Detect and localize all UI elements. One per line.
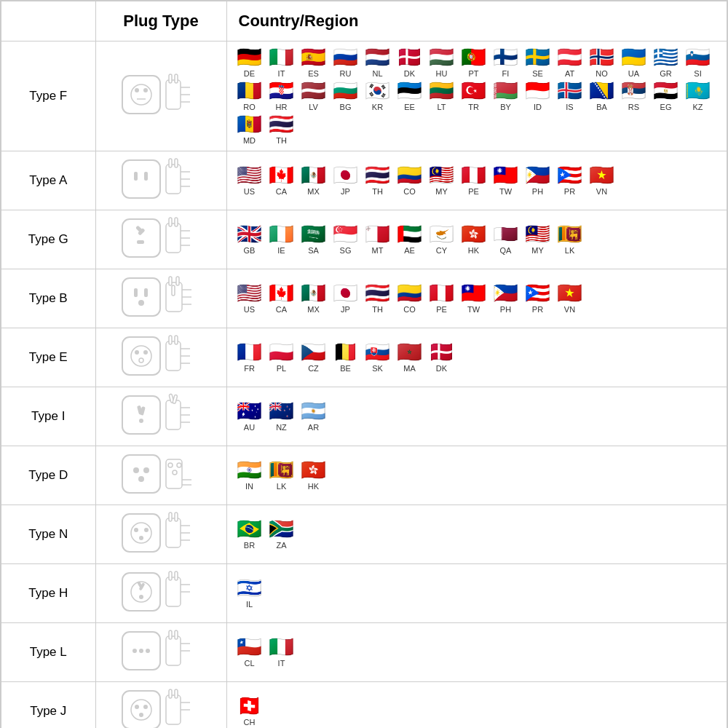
country-code: AU	[244, 423, 255, 432]
flag-item: 🇭🇷HR	[268, 81, 296, 111]
flag-item: 🇺🇦UA	[620, 47, 648, 78]
plug-type-label: Type J	[1, 682, 95, 729]
country-code: AR	[308, 423, 319, 432]
country-code: RS	[628, 103, 639, 111]
svg-point-106	[139, 713, 143, 717]
svg-rect-24	[166, 223, 181, 253]
flag-emoji: 🇸🇮	[685, 47, 711, 68]
flag-item: 🇮🇩ID	[524, 81, 552, 111]
flag-emoji: 🇶🇦	[493, 224, 518, 245]
flag-item: 🇪🇬EG	[652, 81, 680, 111]
svg-point-55	[139, 419, 143, 423]
flag-emoji: 🇧🇬	[333, 81, 358, 101]
svg-point-2	[135, 88, 139, 92]
country-code: DE	[244, 69, 255, 78]
svg-rect-48	[175, 336, 178, 344]
country-code: NZ	[276, 423, 287, 432]
flag-item: 🇹🇷TR	[460, 81, 488, 111]
svg-point-105	[143, 705, 148, 709]
flag-item: 🇱🇹LT	[428, 81, 456, 111]
flag-emoji: 🇦🇹	[557, 47, 582, 68]
flag-item: 🇸🇦SA	[300, 224, 328, 255]
plug-icon	[95, 387, 226, 446]
plug-icon	[95, 623, 226, 682]
plug-icon	[95, 269, 226, 328]
svg-rect-16	[175, 159, 178, 167]
country-code: PR	[532, 305, 543, 314]
country-code: CY	[436, 246, 447, 255]
country-code: ES	[308, 69, 319, 78]
flag-emoji: 🇹🇷	[461, 81, 486, 101]
flag-item: 🇮🇸IS	[556, 81, 584, 111]
country-code: SK	[372, 364, 383, 373]
flag-item: 🇵🇪PE	[428, 283, 456, 314]
country-code: MA	[403, 364, 416, 373]
flag-emoji: 🇲🇽	[301, 165, 326, 186]
flags-container: 🇧🇷BR🇿🇦ZA	[236, 519, 719, 550]
flag-item: 🇺🇸US	[236, 283, 264, 314]
country-code: PL	[277, 364, 286, 373]
country-code: MY	[435, 187, 448, 196]
flag-item: 🇬🇧GB	[236, 224, 264, 255]
svg-rect-31	[134, 288, 138, 297]
table-row: Type I 🇦🇺AU🇳🇿NZ🇦🇷AR	[1, 387, 727, 446]
svg-point-65	[138, 476, 144, 482]
flag-item: 🇮🇳IN	[236, 460, 264, 491]
flag-item: 🇮🇹IT	[268, 637, 296, 668]
flag-item: 🇲🇽MX	[300, 165, 328, 196]
country-code: EG	[660, 103, 672, 111]
flag-emoji: 🇨🇱	[237, 637, 262, 657]
flag-emoji: 🇮🇹	[269, 637, 294, 657]
flag-item: 🇰🇷KR	[364, 81, 392, 111]
country-code: LV	[309, 103, 318, 111]
flag-item: 🇨🇿CZ	[300, 342, 328, 373]
flag-item: 🇲🇾MY	[428, 165, 456, 196]
flag-item: 🇱🇻LV	[300, 81, 328, 111]
table-row: Type J 🇨🇭CH	[1, 682, 727, 729]
svg-rect-7	[175, 74, 178, 83]
flag-item: 🇳🇱NL	[364, 47, 392, 78]
flag-emoji: 🇬🇷	[653, 47, 678, 68]
country-code: US	[244, 187, 255, 196]
svg-point-63	[133, 467, 139, 473]
table-row: Type E 🇫🇷FR🇵🇱PL🇨🇿CZ🇧🇪BE🇸🇰SK🇲🇦MA🇩🇰DK	[1, 328, 727, 387]
flag-emoji: 🇸🇬	[333, 224, 358, 245]
flag-item: 🇹🇼TW	[460, 283, 488, 314]
flag-emoji: 🇺🇸	[237, 283, 262, 304]
svg-rect-77	[166, 518, 181, 547]
svg-rect-90	[175, 571, 178, 580]
country-code: TW	[467, 305, 480, 314]
flag-emoji: 🇮🇪	[269, 224, 294, 245]
svg-rect-83	[122, 573, 160, 611]
svg-rect-6	[169, 74, 172, 83]
plug-type-label: Type B	[1, 269, 95, 328]
flag-emoji: 🇮🇹	[269, 47, 294, 68]
flag-item: 🇹🇭TH	[268, 114, 296, 145]
svg-point-104	[135, 705, 139, 709]
country-code: PE	[436, 305, 447, 314]
flag-emoji: 🇵🇪	[461, 165, 486, 186]
flag-emoji: 🇩🇰	[397, 47, 422, 68]
country-code: PH	[532, 187, 543, 196]
flag-emoji: 🇹🇭	[269, 114, 294, 135]
country-code: AE	[404, 246, 415, 255]
country-code: EE	[404, 103, 415, 111]
flag-emoji: 🇸🇪	[525, 47, 550, 68]
flag-item: 🇩🇪DE	[236, 47, 264, 78]
flag-emoji: 🇨🇾	[429, 224, 454, 245]
svg-point-3	[143, 88, 148, 92]
flags-container: 🇮🇱IL	[236, 578, 719, 609]
flag-emoji: 🇰🇿	[685, 81, 711, 101]
flag-emoji: 🇳🇴	[589, 47, 614, 68]
flag-emoji: 🇭🇷	[269, 81, 294, 101]
flag-emoji: 🇲🇾	[525, 224, 550, 245]
svg-point-69	[173, 470, 177, 475]
flag-item: 🇧🇬BG	[332, 81, 360, 111]
flag-item: 🇵🇱PL	[268, 342, 296, 373]
country-code: US	[244, 305, 255, 314]
flags-container: 🇨🇭CH	[236, 696, 719, 727]
svg-point-96	[146, 649, 150, 653]
flag-item: 🇺🇸US	[236, 165, 264, 196]
flag-emoji: 🇨🇴	[397, 165, 422, 186]
svg-rect-20	[122, 219, 160, 257]
